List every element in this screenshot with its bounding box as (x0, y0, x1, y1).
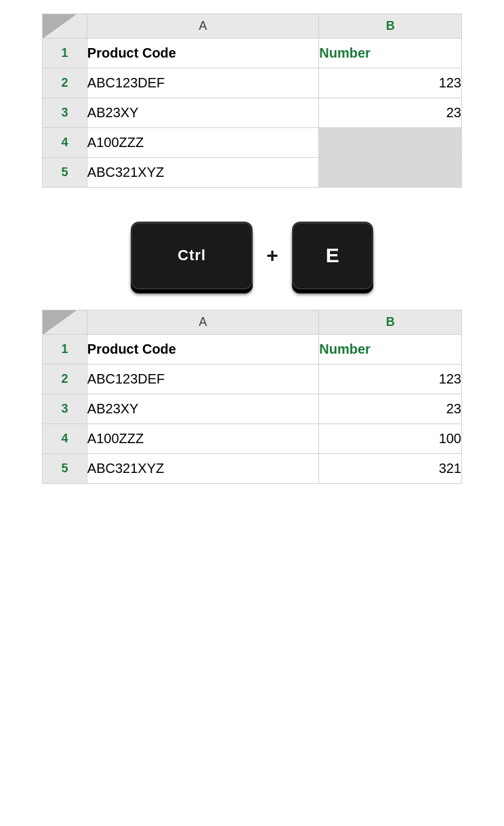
table-row: 4A100ZZZ (43, 128, 462, 158)
table-row: 1Product CodeNumber (43, 335, 462, 365)
col-a-header-bottom: A (87, 310, 318, 335)
row-number: 1 (43, 39, 87, 68)
row-number: 5 (43, 158, 87, 188)
row-number: 3 (43, 98, 87, 128)
ctrl-key: Ctrl (131, 222, 253, 289)
corner-cell-top (43, 14, 87, 39)
corner-cell-bottom (43, 310, 87, 335)
plus-symbol: + (266, 244, 278, 267)
row-number: 5 (43, 454, 87, 484)
cell-a: AB23XY (87, 98, 318, 128)
cell-b: 123 (319, 365, 462, 394)
cell-a: Product Code (87, 335, 318, 365)
cell-a: ABC123DEF (87, 68, 318, 98)
e-key: E (292, 222, 373, 289)
table-row: 3AB23XY23 (43, 394, 462, 424)
keyboard-shortcut: Ctrl + E (42, 222, 462, 289)
cell-a: Product Code (87, 39, 318, 68)
cell-b: 123 (319, 68, 462, 98)
cell-b (319, 158, 462, 188)
col-b-header-bottom: B (319, 310, 462, 335)
cell-a: AB23XY (87, 394, 318, 424)
table-row: 3AB23XY23 (43, 98, 462, 128)
table-row: 1Product CodeNumber (43, 39, 462, 68)
cell-b: Number (319, 335, 462, 365)
spreadsheet-bottom: A B 1Product CodeNumber2ABC123DEF1233AB2… (42, 310, 462, 484)
cell-b: Number (319, 39, 462, 68)
row-number: 4 (43, 128, 87, 158)
cell-a: ABC123DEF (87, 365, 318, 394)
e-key-label: E (326, 244, 339, 267)
spreadsheet-top: A B 1Product CodeNumber2ABC123DEF1233AB2… (42, 14, 462, 188)
cell-a: ABC321XYZ (87, 454, 318, 484)
table-row: 5ABC321XYZ321 (43, 454, 462, 484)
cell-a: A100ZZZ (87, 128, 318, 158)
table-top: A B 1Product CodeNumber2ABC123DEF1233AB2… (42, 14, 462, 188)
ctrl-key-label: Ctrl (177, 247, 206, 264)
row-number: 2 (43, 68, 87, 98)
cell-a: ABC321XYZ (87, 158, 318, 188)
col-b-header-top: B (319, 14, 462, 39)
table-bottom: A B 1Product CodeNumber2ABC123DEF1233AB2… (42, 310, 462, 484)
row-number: 1 (43, 335, 87, 365)
row-number: 2 (43, 365, 87, 394)
table-row: 2ABC123DEF123 (43, 68, 462, 98)
table-row: 5ABC321XYZ (43, 158, 462, 188)
cell-b: 23 (319, 98, 462, 128)
cell-b: 100 (319, 424, 462, 454)
cell-a: A100ZZZ (87, 424, 318, 454)
col-a-header-top: A (87, 14, 318, 39)
cell-b: 23 (319, 394, 462, 424)
table-row: 2ABC123DEF123 (43, 365, 462, 394)
row-number: 4 (43, 424, 87, 454)
table-row: 4A100ZZZ100 (43, 424, 462, 454)
cell-b: 321 (319, 454, 462, 484)
cell-b (319, 128, 462, 158)
row-number: 3 (43, 394, 87, 424)
